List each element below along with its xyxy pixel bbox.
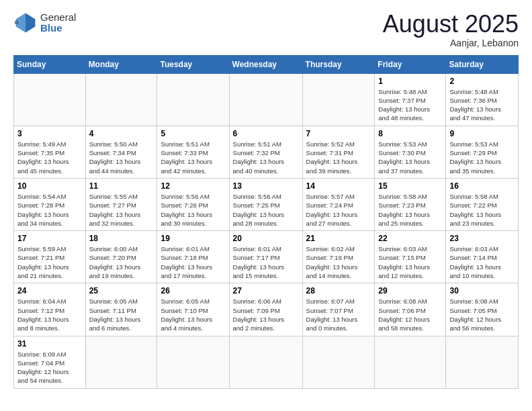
calendar-cell: 23Sunrise: 6:03 AMSunset: 7:14 PMDayligh… — [446, 231, 519, 283]
day-info: Sunrise: 5:48 AMSunset: 7:37 PMDaylight:… — [378, 87, 442, 123]
weekday-header-thursday: Thursday — [302, 55, 375, 73]
day-info: Sunrise: 5:53 AMSunset: 7:29 PMDaylight:… — [449, 140, 515, 175]
calendar-cell: 10Sunrise: 5:54 AMSunset: 7:28 PMDayligh… — [14, 178, 86, 230]
day-number: 21 — [306, 234, 371, 243]
day-info: Sunrise: 6:05 AMSunset: 7:11 PMDaylight:… — [89, 297, 154, 332]
calendar-cell: 5Sunrise: 5:51 AMSunset: 7:33 PMDaylight… — [157, 126, 229, 178]
calendar-cell: 26Sunrise: 6:05 AMSunset: 7:10 PMDayligh… — [157, 283, 229, 336]
day-number: 5 — [161, 129, 225, 138]
logo-icon: G — [13, 11, 38, 35]
calendar-week-4: 17Sunrise: 5:59 AMSunset: 7:21 PMDayligh… — [14, 231, 519, 283]
calendar-cell: 17Sunrise: 5:59 AMSunset: 7:21 PMDayligh… — [14, 231, 86, 283]
calendar-cell: 20Sunrise: 6:01 AMSunset: 7:17 PMDayligh… — [229, 231, 302, 283]
day-number: 6 — [233, 129, 299, 138]
day-number: 27 — [233, 286, 299, 295]
calendar-cell — [14, 73, 86, 126]
day-info: Sunrise: 5:51 AMSunset: 7:32 PMDaylight:… — [233, 140, 299, 175]
day-info: Sunrise: 5:58 AMSunset: 7:22 PMDaylight:… — [449, 192, 515, 228]
calendar-cell — [229, 73, 302, 126]
day-number: 13 — [233, 181, 299, 191]
day-info: Sunrise: 6:01 AMSunset: 7:18 PMDaylight:… — [161, 244, 225, 280]
day-number: 19 — [161, 234, 225, 243]
calendar-cell: 13Sunrise: 5:56 AMSunset: 7:25 PMDayligh… — [229, 178, 302, 230]
calendar-week-6: 31Sunrise: 6:09 AMSunset: 7:04 PMDayligh… — [14, 336, 519, 388]
day-number: 22 — [378, 234, 442, 243]
day-info: Sunrise: 6:06 AMSunset: 7:09 PMDaylight:… — [233, 297, 299, 332]
svg-marker-1 — [26, 13, 35, 33]
day-number: 11 — [89, 181, 154, 191]
svg-text:G: G — [15, 19, 19, 26]
calendar-cell — [302, 336, 375, 388]
calendar-cell: 18Sunrise: 6:00 AMSunset: 7:20 PMDayligh… — [85, 231, 157, 283]
day-info: Sunrise: 6:08 AMSunset: 7:05 PMDaylight:… — [449, 297, 515, 332]
calendar-cell: 16Sunrise: 5:58 AMSunset: 7:22 PMDayligh… — [446, 178, 519, 230]
day-info: Sunrise: 6:07 AMSunset: 7:07 PMDaylight:… — [306, 297, 371, 332]
calendar-cell: 12Sunrise: 5:56 AMSunset: 7:26 PMDayligh… — [157, 178, 229, 230]
calendar-week-1: 1Sunrise: 5:48 AMSunset: 7:37 PMDaylight… — [14, 73, 519, 126]
day-info: Sunrise: 5:52 AMSunset: 7:31 PMDaylight:… — [306, 140, 371, 175]
day-number: 31 — [17, 339, 82, 349]
day-info: Sunrise: 6:04 AMSunset: 7:12 PMDaylight:… — [17, 297, 82, 332]
day-number: 9 — [449, 129, 515, 138]
day-number: 3 — [17, 129, 82, 138]
header: G General Blue August 2025 Aanjar, Leban… — [13, 11, 519, 48]
day-info: Sunrise: 5:50 AMSunset: 7:34 PMDaylight:… — [89, 140, 154, 175]
calendar-cell — [85, 336, 157, 388]
calendar-cell: 7Sunrise: 5:52 AMSunset: 7:31 PMDaylight… — [302, 126, 375, 178]
weekday-header-wednesday: Wednesday — [229, 55, 302, 73]
calendar-cell: 21Sunrise: 6:02 AMSunset: 7:16 PMDayligh… — [302, 231, 375, 283]
weekday-header-saturday: Saturday — [446, 55, 519, 73]
page: G General Blue August 2025 Aanjar, Leban… — [0, 0, 532, 411]
day-info: Sunrise: 5:51 AMSunset: 7:33 PMDaylight:… — [161, 140, 225, 175]
calendar-cell: 29Sunrise: 6:08 AMSunset: 7:06 PMDayligh… — [375, 283, 446, 336]
calendar-cell: 27Sunrise: 6:06 AMSunset: 7:09 PMDayligh… — [229, 283, 302, 336]
day-number: 18 — [89, 234, 154, 243]
calendar-cell: 28Sunrise: 6:07 AMSunset: 7:07 PMDayligh… — [302, 283, 375, 336]
weekday-header-friday: Friday — [375, 55, 446, 73]
calendar-cell — [157, 73, 229, 126]
weekday-header-sunday: Sunday — [14, 55, 86, 73]
day-number: 15 — [378, 181, 442, 191]
day-number: 20 — [233, 234, 299, 243]
day-number: 8 — [378, 129, 442, 138]
calendar-cell — [375, 336, 446, 388]
calendar-table: SundayMondayTuesdayWednesdayThursdayFrid… — [13, 55, 519, 389]
day-number: 25 — [89, 286, 154, 295]
calendar-cell: 30Sunrise: 6:08 AMSunset: 7:05 PMDayligh… — [446, 283, 519, 336]
calendar-cell: 15Sunrise: 5:58 AMSunset: 7:23 PMDayligh… — [375, 178, 446, 230]
day-number: 28 — [306, 286, 371, 295]
day-info: Sunrise: 5:48 AMSunset: 7:36 PMDaylight:… — [449, 87, 515, 123]
day-number: 26 — [161, 286, 225, 295]
calendar-week-5: 24Sunrise: 6:04 AMSunset: 7:12 PMDayligh… — [14, 283, 519, 336]
calendar-cell — [85, 73, 157, 126]
logo-blue: Blue — [40, 22, 62, 34]
calendar-cell — [446, 336, 519, 388]
day-info: Sunrise: 5:55 AMSunset: 7:27 PMDaylight:… — [89, 192, 154, 228]
day-number: 24 — [17, 286, 82, 295]
day-number: 29 — [378, 286, 442, 295]
calendar-cell: 19Sunrise: 6:01 AMSunset: 7:18 PMDayligh… — [157, 231, 229, 283]
day-info: Sunrise: 6:03 AMSunset: 7:15 PMDaylight:… — [378, 244, 442, 280]
day-info: Sunrise: 5:56 AMSunset: 7:26 PMDaylight:… — [161, 192, 225, 228]
location: Aanjar, Lebanon — [383, 38, 519, 48]
day-info: Sunrise: 5:49 AMSunset: 7:35 PMDaylight:… — [17, 140, 82, 175]
day-number: 10 — [17, 181, 82, 191]
calendar-cell: 8Sunrise: 5:53 AMSunset: 7:30 PMDaylight… — [375, 126, 446, 178]
calendar-cell — [229, 336, 302, 388]
calendar-cell: 9Sunrise: 5:53 AMSunset: 7:29 PMDaylight… — [446, 126, 519, 178]
day-info: Sunrise: 5:54 AMSunset: 7:28 PMDaylight:… — [17, 192, 82, 228]
logo-text-area: General Blue — [40, 12, 76, 34]
day-info: Sunrise: 6:09 AMSunset: 7:04 PMDaylight:… — [17, 350, 82, 385]
calendar-cell: 6Sunrise: 5:51 AMSunset: 7:32 PMDaylight… — [229, 126, 302, 178]
calendar-cell: 14Sunrise: 5:57 AMSunset: 7:24 PMDayligh… — [302, 178, 375, 230]
calendar-cell — [302, 73, 375, 126]
day-info: Sunrise: 6:00 AMSunset: 7:20 PMDaylight:… — [89, 244, 154, 280]
day-number: 1 — [378, 77, 442, 86]
day-info: Sunrise: 6:05 AMSunset: 7:10 PMDaylight:… — [161, 297, 225, 332]
day-number: 14 — [306, 181, 371, 191]
day-number: 2 — [449, 77, 515, 86]
day-number: 7 — [306, 129, 371, 138]
day-info: Sunrise: 5:53 AMSunset: 7:30 PMDaylight:… — [378, 140, 442, 175]
day-number: 30 — [449, 286, 515, 295]
calendar-cell: 2Sunrise: 5:48 AMSunset: 7:36 PMDaylight… — [446, 73, 519, 126]
